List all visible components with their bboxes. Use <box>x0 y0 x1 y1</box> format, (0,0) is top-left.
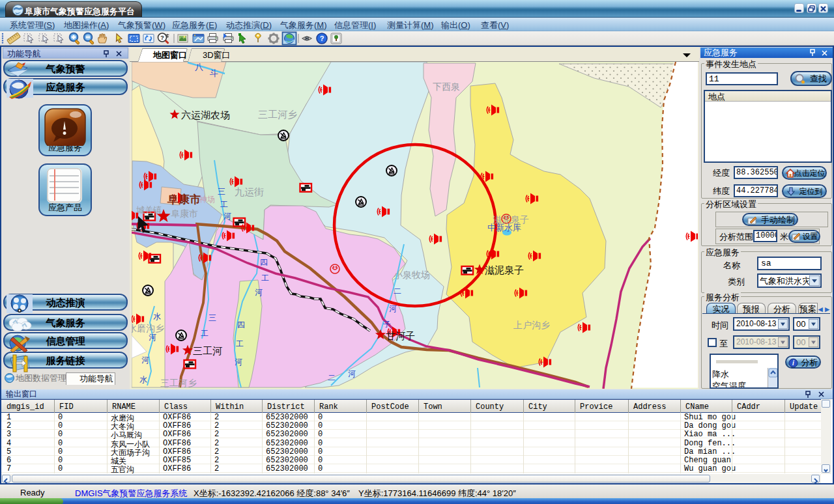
svg-text:阜康市: 阜康市 <box>171 208 198 219</box>
svg-text:中新水库: 中新水库 <box>487 223 521 232</box>
svg-text:水: 水 <box>153 312 161 321</box>
svg-text:城关镇: 城关镇 <box>136 205 162 215</box>
svg-text:工: 工 <box>201 329 208 338</box>
svg-text:八: 八 <box>195 62 203 72</box>
svg-text:?: ? <box>320 35 324 42</box>
svg-text:三工河: 三工河 <box>193 345 222 356</box>
svg-text:斗: 斗 <box>209 68 218 78</box>
svg-text:滋泥泉子: 滋泥泉子 <box>485 264 524 275</box>
svg-text:二: 二 <box>328 373 336 382</box>
svg-text:?: ? <box>160 35 164 41</box>
svg-text:三工河乡: 三工河乡 <box>160 378 197 388</box>
svg-text:河: 河 <box>223 212 231 221</box>
svg-text:四: 四 <box>260 258 268 267</box>
svg-text:阜康市: 阜康市 <box>167 193 201 206</box>
svg-text:三工河乡: 三工河乡 <box>258 109 297 120</box>
svg-text:工: 工 <box>236 339 244 348</box>
svg-text:六运湖农场: 六运湖农场 <box>181 109 230 120</box>
svg-text:四: 四 <box>237 320 245 329</box>
svg-text:小泉牧场: 小泉牧场 <box>394 270 430 280</box>
svg-text:子: 子 <box>383 320 391 329</box>
svg-text:下西泉: 下西泉 <box>433 81 460 92</box>
svg-text:河: 河 <box>235 357 242 367</box>
svg-text:工: 工 <box>220 200 228 209</box>
svg-text:甘河子: 甘河子 <box>386 330 415 341</box>
svg-text:河: 河 <box>141 356 149 365</box>
svg-text:河: 河 <box>389 304 397 313</box>
svg-text:神场: 神场 <box>199 195 215 204</box>
svg-text:三: 三 <box>208 313 216 322</box>
svg-text:三: 三 <box>218 187 225 196</box>
svg-text:九运街: 九运街 <box>235 186 264 197</box>
svg-text:水: 水 <box>139 375 147 384</box>
svg-text:水磨沟乡: 水磨沟乡 <box>132 323 164 333</box>
svg-text:河: 河 <box>149 333 156 342</box>
svg-text:河: 河 <box>348 369 356 378</box>
svg-text:上户沟乡: 上户沟乡 <box>513 320 550 330</box>
svg-text:i: i <box>792 359 794 367</box>
svg-text:工: 工 <box>261 273 269 283</box>
svg-text:河: 河 <box>255 288 263 297</box>
svg-text:二: 二 <box>394 287 401 296</box>
